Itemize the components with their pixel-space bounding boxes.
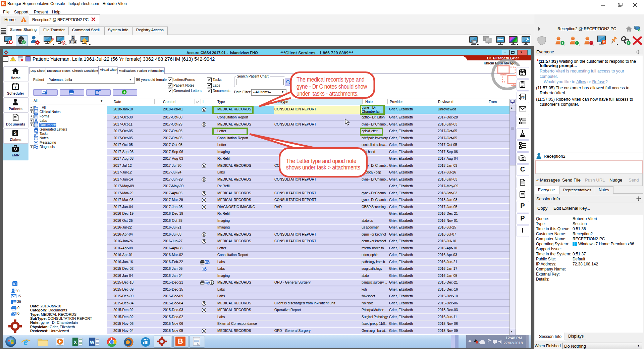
svg-text:S: S: [203, 239, 205, 243]
svg-text:S: S: [203, 308, 205, 312]
svg-text:S: S: [203, 122, 205, 126]
svg-text:e: e: [23, 337, 28, 347]
svg-text:S: S: [203, 108, 205, 111]
svg-text:7: 7: [14, 85, 16, 89]
svg-text:S: S: [203, 164, 205, 167]
svg-text:$: $: [14, 131, 17, 136]
svg-text:S: S: [203, 301, 205, 305]
svg-text:A: A: [74, 40, 76, 44]
svg-text:W: W: [90, 340, 95, 345]
svg-text:X: X: [74, 340, 77, 345]
svg-text:S: S: [203, 205, 205, 209]
svg-text:S: S: [203, 198, 205, 202]
svg-text:S: S: [203, 329, 205, 333]
svg-text:@: @: [521, 95, 525, 99]
svg-text:D: D: [72, 36, 74, 40]
svg-text:B: B: [603, 40, 605, 44]
svg-text:S: S: [203, 233, 205, 236]
svg-text:S: S: [203, 191, 205, 195]
svg-text:S: S: [203, 178, 205, 181]
svg-text:C: C: [70, 40, 72, 44]
svg-text:S: S: [211, 281, 213, 284]
